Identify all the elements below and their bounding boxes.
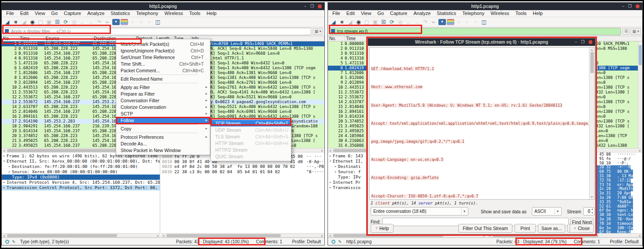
expander-icon[interactable]: ▸	[7, 164, 12, 169]
packet-row-info[interactable]: en=0	[595, 95, 638, 100]
context-menu-item[interactable]: Colorize Conversation ▸	[116, 104, 210, 110]
toolbar-icon[interactable]: ◎	[397, 18, 404, 26]
menu-item[interactable]: Tools	[186, 10, 204, 17]
toolbar-icon[interactable]: ◉	[29, 18, 36, 26]
toolbar-icon[interactable]: ←	[405, 18, 412, 26]
context-menu-item[interactable]: Apply as Filter ▸	[116, 84, 210, 90]
context-menu-item[interactable]: Show Packet in New Window	[116, 147, 210, 153]
toolbar-icon[interactable]: ◢	[346, 18, 354, 26]
toolbar-icon[interactable]: ▣	[45, 18, 53, 26]
submenu-item[interactable]: HTTP/2 Stream	[211, 146, 291, 153]
menu-item[interactable]: Go	[48, 10, 61, 17]
packet-row-info[interactable]: Len=1380 [TCP	[595, 134, 638, 138]
column-source[interactable]: Source	[44, 36, 92, 41]
packet-row-info[interactable]: 6432 Len=1380	[595, 143, 638, 148]
column-no[interactable]: No.	[328, 36, 345, 41]
packet-row-info[interactable]: 60 SACK_PERM=1	[595, 41, 638, 46]
capture-comment-icon[interactable]: ✎	[338, 239, 342, 244]
packet-row-info[interactable]	[595, 51, 638, 56]
expander-icon[interactable]: ▸	[333, 169, 338, 175]
toolbar-icon[interactable]: ⟳	[62, 18, 70, 26]
context-menu-item[interactable]: Protocol Preferences ▸	[116, 134, 210, 140]
scroll-right-icon[interactable]: ▸	[638, 149, 642, 152]
help-button[interactable]: ?Help	[371, 224, 394, 233]
menu-item[interactable]: Edit	[343, 10, 358, 17]
toolbar-icon[interactable]: ▫	[464, 18, 471, 26]
scroll-right-icon[interactable]: ▸	[638, 234, 642, 237]
packet-row-info[interactable]: en=0	[595, 80, 638, 85]
expander-icon[interactable]	[7, 175, 12, 180]
toolbar-icon[interactable]: ▼	[112, 19, 120, 25]
toolbar-icon[interactable]: ◢	[4, 18, 11, 26]
scroll-up-icon[interactable]: ▴	[589, 48, 594, 52]
stream-text[interactable]: GET /download.html HTTP/1.1 Host: www.et…	[371, 48, 589, 199]
toolbar-icon[interactable]: ◉	[355, 18, 362, 26]
filter-clear-icon[interactable]: ☒	[622, 28, 629, 35]
display-filter-input[interactable]: tcp.stream eq 0	[329, 28, 621, 35]
filter-bookmark-icon[interactable]	[331, 29, 335, 34]
scroll-right-icon[interactable]: ▸	[156, 234, 160, 237]
menu-item[interactable]: Capture	[61, 10, 84, 17]
packet-row-info[interactable]	[595, 56, 638, 61]
detail-row[interactable]: ▸ Transmission Control Protocol, Src Por…	[2, 185, 160, 190]
menu-item[interactable]: Edit	[17, 10, 32, 17]
menu-item[interactable]: File	[329, 10, 343, 17]
minimize-icon[interactable]: –	[304, 3, 306, 10]
expander-icon[interactable]: ▸	[2, 153, 7, 159]
filter-expression-icon[interactable]: ▦ ▾	[630, 28, 641, 35]
scroll-left-icon[interactable]: ◂	[328, 234, 332, 237]
toolbar-icon[interactable]: ↷	[422, 18, 429, 26]
toolbar-icon[interactable]: ▫	[129, 18, 136, 26]
maximize-icon[interactable]: ❐	[628, 3, 632, 10]
context-menu-item[interactable]: Packet Comment... Ctrl+Alt+C	[116, 67, 210, 74]
submenu-item[interactable]: TCP Stream Ctrl+Alt+Shift+T	[211, 120, 291, 126]
column-time[interactable]: Time	[18, 36, 44, 41]
toolbar-icon[interactable]: ▫	[146, 18, 153, 26]
toolbar-icon[interactable]: ☒	[54, 18, 61, 26]
submenu-item[interactable]: TLS Stream Ctrl+Alt+Shift+S	[211, 133, 291, 140]
menu-item[interactable]: Tools	[512, 10, 530, 17]
toolbar-icon[interactable]: ↞	[430, 18, 438, 26]
toolbar-icon[interactable]: ≡	[447, 19, 454, 25]
detail-row[interactable]: Type: IPv4 (0x0800)	[2, 175, 160, 180]
packet-row-info[interactable]: 0	[595, 61, 638, 66]
context-menu-item[interactable]: Ignore/Unignore Packet(s) Ctrl+D	[116, 47, 210, 54]
toolbar-icon[interactable]: ↷	[96, 18, 103, 26]
stream-spinner-icons[interactable]: ▴▾	[590, 207, 595, 216]
filter-expression-icon[interactable]: ▦ ▾	[313, 28, 323, 35]
context-menu-item[interactable]: Mark/Unmark Packet(s) Ctrl+M	[116, 41, 210, 47]
toolbar-icon[interactable]: ←	[79, 18, 86, 26]
expert-info-icon[interactable]	[5, 240, 9, 244]
toolbar-icon[interactable]: ▼	[438, 19, 446, 25]
menu-item[interactable]: Statistics	[434, 10, 459, 17]
expander-icon[interactable]: ▸	[328, 180, 333, 185]
submenu-item[interactable]: QUIC Stream	[211, 153, 291, 160]
scroll-left-icon[interactable]: ◂	[2, 149, 6, 152]
menu-item[interactable]: View	[32, 10, 48, 17]
scroll-left-icon[interactable]: ◂	[328, 149, 332, 152]
packet-row-info[interactable]: en=1380 [TCP s	[595, 119, 638, 124]
packet-row-info[interactable]: en=1380 [TCP s	[595, 75, 638, 80]
status-profile[interactable]: Profile: Default	[292, 239, 321, 244]
submenu-item[interactable]: UDP Stream Ctrl+Alt+Shift+U	[211, 126, 291, 133]
packet-row-info[interactable]: en=0	[595, 114, 638, 119]
context-menu-item[interactable]: Set/Unset Time Reference Ctrl+T	[116, 54, 210, 60]
scroll-right-icon[interactable]: ▸	[320, 234, 324, 237]
status-profile[interactable]: Profile: Default	[610, 239, 639, 244]
display-filter-input[interactable]: Apply a display filter ... <Ctrl-/>	[3, 28, 311, 35]
packet-row-info[interactable]: 432 Len=1380 [	[595, 124, 638, 129]
toolbar-icon[interactable]: ▢	[363, 18, 371, 26]
context-menu-item[interactable]: Conversation Filter ▸	[116, 97, 210, 104]
toolbar-icon[interactable]: ☒	[380, 18, 387, 26]
maximize-icon[interactable]: ❐	[581, 38, 585, 46]
expander-icon[interactable]: ▸	[7, 169, 12, 175]
context-menu-item[interactable]: Prepare as Filter ▸	[116, 90, 210, 97]
window-titlebar[interactable]: http1.pcapng – ❐	[328, 3, 642, 10]
context-menu-item[interactable]: Copy ▸	[116, 125, 210, 132]
toolbar-icon[interactable]: ■	[12, 18, 19, 26]
toolbar-icon[interactable]: ◢	[330, 18, 337, 26]
context-menu-item[interactable]: SCTP ▸	[116, 110, 210, 117]
minimize-icon[interactable]: –	[575, 38, 577, 46]
context-menu-item[interactable]: Edit Resolved Name	[116, 75, 210, 82]
menu-item[interactable]: Analyze	[410, 10, 434, 17]
